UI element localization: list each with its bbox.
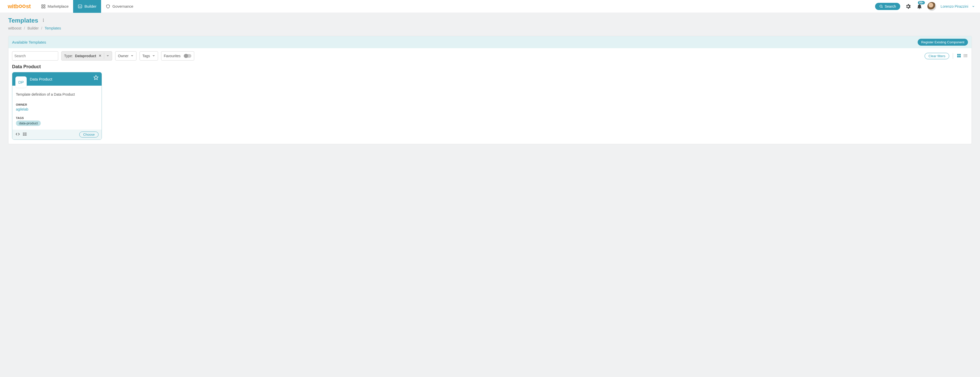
dots-vertical-icon [41, 18, 45, 22]
breadcrumb: witboost / Builder / Templates [8, 26, 972, 30]
svg-line-6 [882, 7, 883, 8]
svg-rect-17 [959, 56, 961, 57]
svg-rect-14 [957, 54, 959, 56]
chevron-down-icon [130, 54, 134, 57]
breadcrumb-root[interactable]: witboost [8, 26, 21, 30]
chevron-down-icon [152, 54, 155, 57]
header-right: Search 99+ Lorenzo Pirazzini [875, 2, 975, 11]
svg-point-22 [964, 56, 964, 56]
svg-point-5 [880, 5, 882, 8]
svg-rect-3 [44, 7, 45, 8]
svg-point-8 [43, 20, 44, 21]
brand-pre: witb [8, 3, 19, 10]
svg-rect-15 [959, 54, 961, 56]
choose-button[interactable]: Choose [79, 132, 99, 137]
card-owner-link[interactable]: agilelab [16, 107, 98, 111]
username-label: Lorenzo Pirazzini [941, 4, 968, 8]
nav-builder[interactable]: Builder [73, 0, 101, 13]
page-header: Templates witboost / Builder / Templates [0, 13, 980, 32]
app-header: witb st Marketplace Builder Governance [0, 0, 980, 13]
svg-rect-1 [44, 5, 45, 6]
filter-favourites[interactable]: Favourites [161, 51, 194, 60]
nav-builder-label: Builder [84, 4, 97, 8]
template-card: DP Data Product Template definition of a… [12, 72, 102, 140]
filter-type-expand[interactable] [106, 54, 109, 58]
settings-button[interactable] [905, 3, 912, 10]
section-title: Data Product [8, 62, 972, 72]
shield-icon [106, 4, 110, 9]
svg-point-21 [964, 54, 964, 55]
svg-point-30 [23, 135, 24, 136]
favourite-toggle[interactable] [93, 75, 99, 81]
code-window-icon [78, 4, 82, 9]
card-header: DP Data Product [12, 72, 102, 86]
notifications-button[interactable]: 99+ [916, 3, 923, 10]
main-nav: Marketplace Builder Governance [37, 0, 138, 13]
card-footer: Choose [12, 129, 102, 140]
list-icon [22, 132, 27, 137]
breadcrumb-current: Templates [45, 26, 61, 30]
template-search[interactable] [12, 51, 58, 60]
search-icon [879, 4, 883, 8]
filter-tags[interactable]: Tags [140, 51, 158, 60]
svg-point-9 [43, 21, 44, 22]
filter-type[interactable]: Type: Dataproduct [61, 51, 112, 60]
grid-icon [41, 4, 46, 9]
register-component-button[interactable]: Register Existing Component [918, 39, 968, 46]
card-body: Template definition of a Data Product OW… [12, 86, 102, 129]
card-owner-label: OWNER [16, 103, 98, 106]
star-icon [93, 75, 99, 80]
card-title: Data Product [30, 77, 52, 81]
nav-governance[interactable]: Governance [101, 0, 138, 13]
panel-title: Available Templates [12, 40, 46, 45]
svg-point-7 [43, 19, 44, 19]
breadcrumb-builder[interactable]: Builder [27, 26, 39, 30]
svg-rect-0 [41, 5, 43, 6]
filter-favourites-label: Favourites [164, 54, 181, 58]
nav-marketplace[interactable]: Marketplace [37, 0, 73, 13]
search-button[interactable]: Search [875, 3, 900, 10]
filter-bar: Type: Dataproduct Owner Tags Favourites [8, 48, 972, 62]
chevron-down-icon [106, 54, 109, 57]
nav-governance-label: Governance [112, 4, 134, 8]
filter-type-label: Type: [64, 54, 73, 58]
grid-view-icon [957, 53, 961, 58]
svg-point-29 [23, 134, 24, 134]
svg-point-28 [23, 133, 24, 134]
brand-logo: witb st [8, 3, 31, 10]
favourites-toggle[interactable] [184, 54, 191, 58]
nav-marketplace-label: Marketplace [48, 4, 69, 8]
filter-owner[interactable]: Owner [115, 51, 137, 60]
view-docs-button[interactable] [22, 132, 27, 137]
chevron-down-icon [972, 5, 975, 8]
template-search-input[interactable] [14, 54, 59, 58]
breadcrumb-sep: / [24, 26, 25, 30]
page-actions-menu[interactable] [41, 18, 45, 23]
gear-icon [905, 3, 911, 10]
view-list-button[interactable] [963, 53, 968, 59]
card-tags-label: TAGS [16, 116, 98, 119]
filter-type-value: Dataproduct [75, 54, 96, 58]
tag-pill[interactable]: data-product [16, 121, 41, 126]
svg-point-23 [964, 56, 964, 57]
svg-rect-16 [957, 56, 959, 57]
card-grid: DP Data Product Template definition of a… [8, 72, 972, 144]
templates-panel: Available Templates Register Existing Co… [8, 36, 972, 144]
breadcrumb-sep: / [41, 26, 42, 30]
svg-rect-4 [78, 5, 82, 8]
notification-badge: 99+ [918, 1, 925, 4]
close-icon [99, 54, 102, 57]
search-button-label: Search [885, 4, 896, 8]
svg-marker-24 [94, 75, 98, 80]
page-title: Templates [8, 17, 38, 24]
clear-filters-button[interactable]: Clear filters [924, 53, 949, 59]
user-menu[interactable]: Lorenzo Pirazzini [941, 4, 975, 8]
view-grid-button[interactable] [957, 53, 961, 59]
avatar[interactable] [928, 2, 936, 11]
svg-rect-2 [41, 7, 43, 8]
view-source-button[interactable] [15, 132, 20, 137]
brand-post: st [26, 3, 31, 10]
list-view-icon [963, 53, 968, 58]
filter-type-clear[interactable] [98, 54, 102, 58]
card-description: Template definition of a Data Product [16, 92, 98, 96]
